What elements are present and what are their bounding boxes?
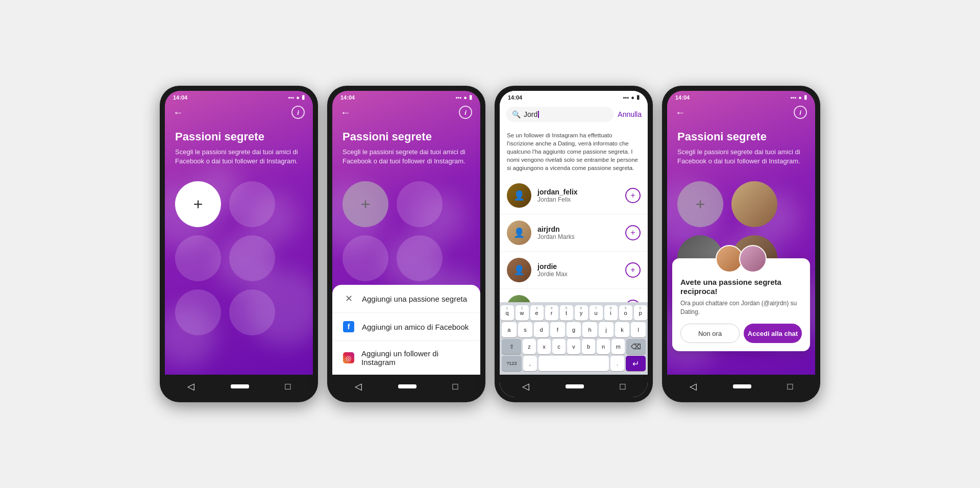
key-v[interactable]: v (567, 339, 580, 354)
phones-container: 14:04 ▪▪▪ ● ▮ ← i Passioni segrete Scegl… (160, 86, 820, 402)
info-button[interactable]: i (291, 106, 305, 119)
back-nav[interactable]: ◁ (179, 379, 203, 394)
key-e[interactable]: 3e (530, 305, 544, 321)
recent-nav-2[interactable]: □ (445, 379, 467, 394)
user-circle-1 (731, 181, 777, 227)
recent-nav-3[interactable]: □ (612, 379, 634, 394)
key-h[interactable]: h (582, 322, 597, 337)
recent-nav-4[interactable]: □ (779, 379, 801, 394)
back-button[interactable]: ← (173, 107, 183, 118)
match-avatar-2 (739, 245, 767, 273)
back-nav-3[interactable]: ◁ (514, 379, 537, 394)
annulla-button[interactable]: Annulla (618, 110, 642, 118)
time-2: 14:04 (340, 94, 355, 101)
key-z[interactable]: z (523, 339, 536, 354)
status-icons-4: ▪▪▪ ● ▮ (791, 94, 807, 101)
info-button-2[interactable]: i (459, 106, 472, 119)
key-comma[interactable]: , (523, 356, 537, 371)
key-shift[interactable]: ⇧ (502, 339, 521, 354)
key-backspace[interactable]: ⌫ (626, 339, 646, 354)
non-ora-button[interactable]: Non ora (680, 324, 740, 343)
key-row-numbers: 1q 2w 3e 4r 5t 6y 7u 8i 9o 0p (502, 305, 646, 321)
key-b[interactable]: b (582, 339, 595, 354)
key-y[interactable]: 6y (575, 305, 588, 321)
key-f[interactable]: f (550, 322, 565, 337)
key-period[interactable]: . (610, 356, 625, 371)
close-icon-wrap: ✕ (342, 293, 355, 304)
key-x[interactable]: x (537, 339, 551, 354)
home-nav-4[interactable] (733, 384, 751, 388)
back-nav-2[interactable]: ◁ (347, 379, 370, 394)
home-nav[interactable] (231, 384, 249, 388)
sheet-ig-item[interactable]: ◎ Aggiungi un follower di Instagram (332, 341, 480, 375)
key-d[interactable]: d (534, 322, 549, 337)
screen-title-2: Passioni segrete (342, 130, 470, 143)
back-button-2[interactable]: ← (340, 107, 351, 118)
user-name-2: Jordie Max (537, 271, 619, 278)
add-user-btn-0[interactable]: + (625, 188, 641, 203)
key-j[interactable]: j (599, 322, 614, 337)
accedi-button[interactable]: Accedi alla chat (744, 324, 802, 343)
content-area: Passioni segrete Scegli le passioni segr… (165, 123, 313, 375)
key-123[interactable]: ?123 (502, 356, 522, 371)
signal-icon: ▪▪▪ (288, 94, 295, 101)
add-user-btn-1[interactable]: + (625, 225, 641, 240)
status-bar-2: 14:04 ▪▪▪ ● ▮ (332, 91, 480, 103)
user-avatar-0: 👤 (507, 183, 531, 208)
key-space[interactable] (538, 356, 609, 371)
match-text: Ora puoi chattare con Jordan (@airjrdn) … (680, 299, 802, 316)
key-m[interactable]: m (611, 339, 625, 354)
time-3: 14:04 (508, 94, 522, 101)
add-button-4[interactable]: + (677, 181, 723, 227)
key-w[interactable]: 2w (516, 305, 529, 321)
sheet-title: Aggiungi una passione segreta (362, 295, 467, 303)
search-icon: 🔍 (512, 110, 521, 118)
back-nav-4[interactable]: ◁ (681, 379, 705, 394)
user-name-0: Jordan Felix (537, 196, 619, 203)
search-input-wrap[interactable]: 🔍 Jord (506, 107, 614, 122)
key-a[interactable]: a (502, 322, 517, 337)
key-c[interactable]: c (552, 339, 566, 354)
keyboard: 1q 2w 3e 4r 5t 6y 7u 8i 9o 0p a s d f g (500, 302, 648, 375)
key-o[interactable]: 9o (619, 305, 632, 321)
key-s[interactable]: s (518, 322, 533, 337)
info-button-4[interactable]: i (794, 106, 807, 119)
recent-nav[interactable]: □ (277, 379, 299, 394)
close-icon: ✕ (345, 293, 353, 304)
key-n[interactable]: n (597, 339, 610, 354)
key-k[interactable]: k (615, 322, 630, 337)
instagram-icon: ◎ (343, 352, 354, 363)
home-nav-2[interactable] (398, 384, 416, 388)
key-enter[interactable]: ↵ (626, 356, 646, 371)
key-r[interactable]: 4r (545, 305, 558, 321)
back-button-4[interactable]: ← (675, 107, 685, 118)
key-l[interactable]: l (631, 322, 646, 337)
facebook-icon: f (343, 321, 354, 332)
bottom-nav-4: ◁ □ (667, 375, 815, 397)
add-user-btn-2[interactable]: + (625, 262, 641, 278)
sheet-ig-label: Aggiungi un follower di Instagram (361, 349, 470, 367)
key-g[interactable]: g (567, 322, 581, 337)
add-button-2[interactable]: + (342, 181, 388, 227)
search-text: Jord (524, 110, 539, 118)
key-t[interactable]: 5t (560, 305, 573, 321)
key-q[interactable]: 1q (501, 305, 514, 321)
home-nav-3[interactable] (566, 384, 584, 388)
key-i[interactable]: 8i (604, 305, 618, 321)
user-handle-2: jordie (537, 262, 619, 271)
match-avatars (672, 245, 810, 273)
add-button[interactable]: + (175, 181, 221, 227)
signal-icon-2: ▪▪▪ (456, 94, 462, 101)
key-u[interactable]: 7u (590, 305, 603, 321)
phone-3: 14:04 ▪▪▪ ● ▮ 🔍 Jord Annulla Se un foll (495, 86, 653, 402)
battery-icon-3: ▮ (636, 94, 640, 101)
battery-icon-2: ▮ (469, 94, 472, 101)
key-p[interactable]: 0p (634, 305, 647, 321)
search-bar: 🔍 Jord Annulla (500, 103, 648, 126)
sheet-fb-item[interactable]: f Aggiungi un amico di Facebook (332, 313, 480, 341)
user-handle-1: airjrdn (537, 225, 619, 233)
sheet-close-item[interactable]: ✕ Aggiungi una passione segreta (332, 285, 480, 313)
wifi-icon-2: ● (463, 94, 467, 101)
status-icons-2: ▪▪▪ ● ▮ (456, 94, 472, 101)
wifi-icon-3: ● (631, 94, 634, 101)
